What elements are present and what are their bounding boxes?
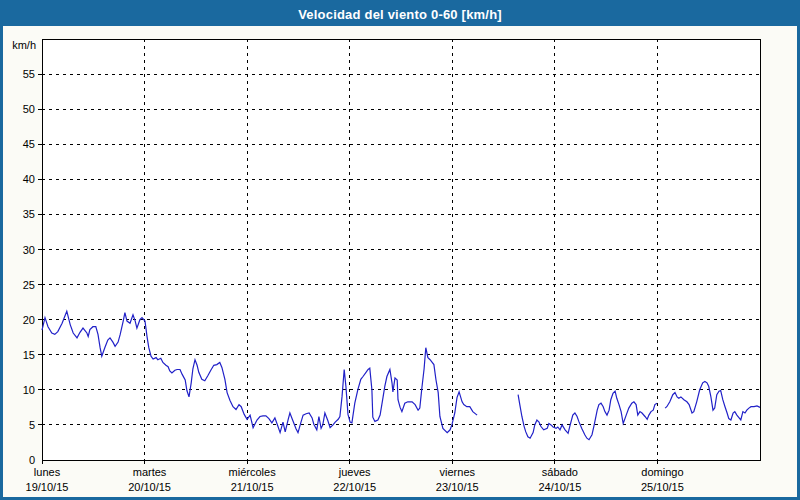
x-tick-day-label: martes xyxy=(133,466,167,478)
y-tick-label: 30 xyxy=(23,244,35,256)
x-tick-date-label: 19/10/15 xyxy=(26,481,69,493)
y-tick-label: 10 xyxy=(23,384,35,396)
x-tick-date-label: 20/10/15 xyxy=(128,481,171,493)
chart-title-bar: Velocidad del viento 0-60 [km/h] xyxy=(3,3,797,26)
y-tick-label: 40 xyxy=(23,173,35,185)
x-tick-day-label: jueves xyxy=(338,466,371,478)
chart-title: Velocidad del viento 0-60 [km/h] xyxy=(298,7,502,22)
x-tick-date-label: 23/10/15 xyxy=(436,481,479,493)
plot-border xyxy=(42,39,760,460)
x-tick-day-label: sábado xyxy=(542,466,578,478)
y-tick-label: 55 xyxy=(23,68,35,80)
plot-area xyxy=(42,39,760,460)
y-tick-label: 45 xyxy=(23,138,35,150)
wind-speed-chart: 0510152025303540455055km/hlunes19/10/15m… xyxy=(0,0,800,500)
x-tick-date-label: 22/10/15 xyxy=(333,481,376,493)
chart-window: Velocidad del viento 0-60 [km/h] 0510152… xyxy=(0,0,800,500)
y-tick-label: 15 xyxy=(23,349,35,361)
y-tick-label: 25 xyxy=(23,279,35,291)
x-tick-date-label: 24/10/15 xyxy=(538,481,581,493)
y-axis-unit-label: km/h xyxy=(12,39,36,51)
x-tick-day-label: miércoles xyxy=(229,466,277,478)
y-tick-label: 50 xyxy=(23,103,35,115)
y-tick-label: 20 xyxy=(23,314,35,326)
wind-speed-line xyxy=(665,381,760,420)
wind-speed-line xyxy=(42,311,477,432)
x-tick-day-label: domingo xyxy=(641,466,683,478)
x-tick-date-label: 25/10/15 xyxy=(641,481,684,493)
y-tick-label: 0 xyxy=(29,454,35,466)
y-tick-label: 5 xyxy=(29,419,35,431)
wind-speed-line xyxy=(518,391,657,440)
x-tick-day-label: viernes xyxy=(440,466,476,478)
x-tick-date-label: 21/10/15 xyxy=(231,481,274,493)
x-tick-day-label: lunes xyxy=(34,466,61,478)
y-tick-label: 35 xyxy=(23,208,35,220)
